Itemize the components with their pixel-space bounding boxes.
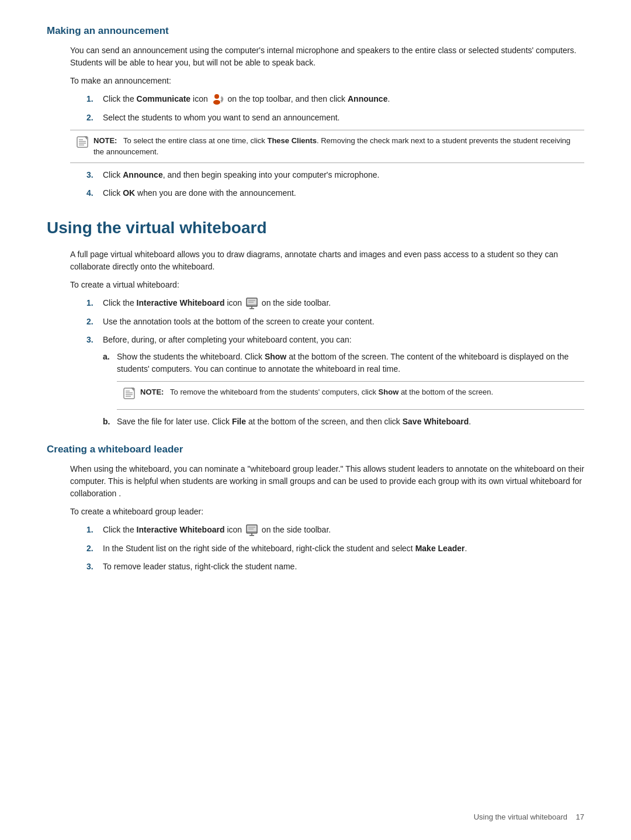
wb-step-2: 2. Use the annotation tools at the botto… [82,316,584,328]
whiteboard-icon-1 [245,297,258,310]
these-clients-bold: These Clients [267,136,317,145]
wb-sub-label-a: a. [103,351,111,363]
wb-sub-a: a. Show the students the whiteboard. Cli… [103,351,584,375]
whiteboard-section: Using the virtual whiteboard A full page… [47,216,584,433]
note-label-1: NOTE: [93,136,117,145]
note-text-2: NOTE: To remove the whiteboard from the … [140,386,493,398]
leader-step-num-1: 1. [86,524,97,536]
interactive-wb-bold2: Interactive Whiteboard [137,525,225,534]
announcement-intro1: You can send an announcement using the c… [70,44,584,69]
communicate-bold: Communicate [137,94,191,103]
announce-bold2: Announce [123,170,162,179]
note-label-2: NOTE: [140,388,164,396]
step-num-2: 2. [86,112,97,124]
step-content-4: Click OK when you are done with the anno… [103,187,584,199]
step-content-3: Click Announce, and then begin speaking … [103,169,584,181]
whiteboard-icon-2 [245,524,258,537]
wb-sub-list-b: b. Save the file for later use. Click Fi… [103,416,584,428]
announcement-steps: 1. Click the Communicate icon on the top… [70,93,584,124]
step-content-1: Click the Communicate icon on the top to… [103,93,584,106]
note-box-2: NOTE: To remove the whiteboard from the … [117,381,584,410]
leader-step-content-3: To remove leader status, right-click the… [103,561,584,573]
svg-point-1 [213,100,220,105]
page-footer: Using the virtual whiteboard 17 [474,811,584,823]
step-4: 4. Click OK when you are done with the a… [82,187,584,199]
wb-sub-content-a: Show the students the whiteboard. Click … [117,351,584,375]
leader-heading: Creating a whiteboard leader [47,442,584,457]
step-2: 2. Select the students to whom you want … [82,112,584,124]
note-box-1: NOTE: To select the entire class at one … [70,130,584,163]
step-num-4: 4. [86,187,97,199]
wb-step-1: 1. Click the Interactive Whiteboard icon… [82,297,584,310]
leader-step-num-2: 2. [86,542,97,555]
whiteboard-heading: Using the virtual whiteboard [47,216,584,240]
note-icon-2 [123,387,136,405]
save-wb-bold: Save Whiteboard [403,417,469,426]
leader-step-content-2: In the Student list on the right side of… [103,542,584,555]
note-text-1: NOTE: To select the entire class at one … [93,135,578,158]
step-num-3: 3. [86,169,97,181]
whiteboard-steps: 1. Click the Interactive Whiteboard icon… [70,297,584,433]
step-content-2: Select the students to whom you want to … [103,112,584,124]
svg-marker-7 [84,136,87,140]
wb-step-content-3: Before, during, or after completing your… [103,334,584,433]
wb-sub-label-b: b. [103,416,111,428]
footer-section-title: Using the virtual whiteboard [474,813,567,821]
show-bold1: Show [265,352,286,361]
leader-step-2: 2. In the Student list on the right side… [82,542,584,555]
ok-bold: OK [123,188,135,198]
leader-section: Creating a whiteboard leader When using … [47,442,584,573]
interactive-wb-bold1: Interactive Whiteboard [137,298,225,307]
leader-step-num-3: 3. [86,561,97,573]
footer-text: Using the virtual whiteboard 17 [474,813,584,821]
note-icon-1 [76,136,89,153]
announcement-steps2: 3. Click Announce, and then begin speaki… [70,169,584,199]
whiteboard-intro2: To create a virtual whiteboard: [70,279,584,291]
announce-bold: Announce [348,94,387,103]
announcement-intro2: To make an announcement: [70,75,584,87]
step-1: 1. Click the Communicate icon on the top… [82,93,584,106]
whiteboard-intro1: A full page virtual whiteboard allows yo… [70,248,584,273]
leader-step-1: 1. Click the Interactive Whiteboard icon… [82,524,584,537]
wb-sub-list: a. Show the students the whiteboard. Cli… [103,351,584,375]
leader-steps: 1. Click the Interactive Whiteboard icon… [70,524,584,573]
leader-intro2: To create a whiteboard group leader: [70,506,584,518]
step-3: 3. Click Announce, and then begin speaki… [82,169,584,181]
wb-step-content-2: Use the annotation tools at the bottom o… [103,316,584,328]
announcement-section: Making an announcement You can send an a… [47,23,584,199]
announcement-heading: Making an announcement [47,23,584,39]
show-bold2: Show [379,388,399,396]
file-bold: File [232,417,246,426]
svg-point-0 [214,94,219,99]
leader-intro1: When using the whiteboard, you can nomin… [70,463,584,500]
leader-step-3: 3. To remove leader status, right-click … [82,561,584,573]
wb-step-num-2: 2. [86,316,97,328]
wb-step-content-1: Click the Interactive Whiteboard icon on… [103,297,584,310]
wb-step-num-1: 1. [86,297,97,309]
communicate-icon [212,93,224,106]
wb-step-num-3: 3. [86,334,97,346]
leader-step-content-1: Click the Interactive Whiteboard icon on… [103,524,584,537]
wb-step-3: 3. Before, during, or after completing y… [82,334,584,433]
make-leader-bold: Make Leader [415,544,465,553]
wb-sub-b: b. Save the file for later use. Click Fi… [103,416,584,428]
step-num-1: 1. [86,93,97,105]
footer-page-number: 17 [576,813,584,821]
wb-sub-content-b: Save the file for later use. Click File … [117,416,471,428]
